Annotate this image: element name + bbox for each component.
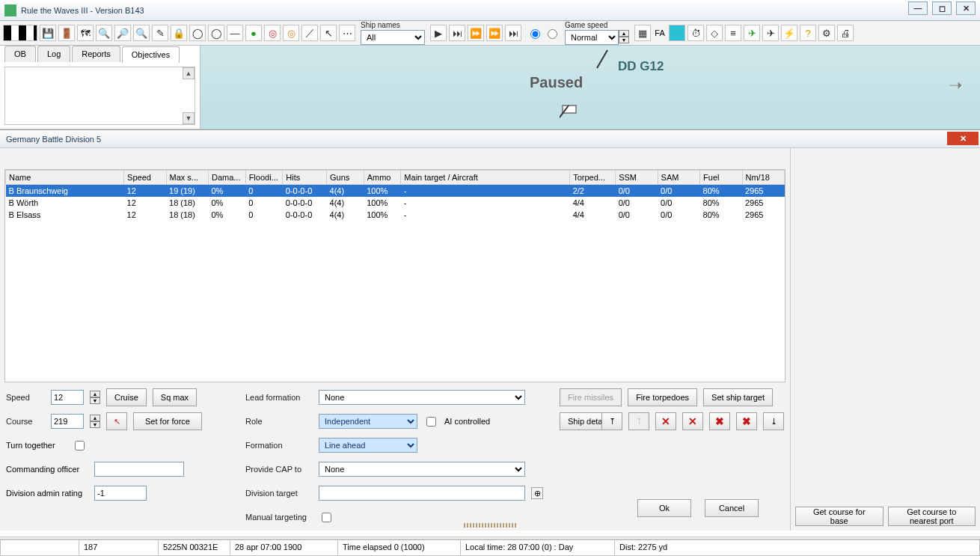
- smoke-on-button[interactable]: ⤒: [601, 412, 622, 430]
- formation-select[interactable]: Line ahead: [319, 438, 417, 453]
- speed-radio-1[interactable]: [530, 29, 540, 39]
- line-tool-icon[interactable]: ／: [301, 25, 318, 41]
- dialog-close-button[interactable]: ✕: [947, 132, 979, 145]
- cancel-fleet10-button[interactable]: ✖: [736, 412, 757, 430]
- lock-icon[interactable]: 🔒: [171, 25, 187, 41]
- table-row[interactable]: B Braunschweig1219 (19)0%00-0-0-04(4)100…: [6, 185, 785, 198]
- cancel-fleet-button[interactable]: ✖: [709, 412, 730, 430]
- maximize-button[interactable]: ◻: [932, 1, 952, 15]
- fleet-icon[interactable]: ▦: [634, 25, 651, 41]
- exit-icon[interactable]: 🚪: [58, 25, 75, 41]
- bolt-icon[interactable]: ⚡: [781, 25, 797, 41]
- col-header[interactable]: Main target / Aircraft: [401, 171, 570, 185]
- tab-log[interactable]: Log: [37, 46, 70, 62]
- ships-table[interactable]: NameSpeedMax s...Dama...Floodi...HitsGun…: [4, 169, 785, 382]
- cruise-button[interactable]: Cruise: [106, 388, 147, 406]
- col-header[interactable]: Ammo: [364, 171, 401, 185]
- ff3-icon[interactable]: ⏩: [486, 25, 503, 41]
- col-header[interactable]: Torped...: [570, 171, 616, 185]
- minimize-button[interactable]: —: [908, 1, 928, 15]
- col-header[interactable]: Hits: [283, 171, 327, 185]
- speed-input[interactable]: [51, 390, 84, 405]
- zoom-reset-icon[interactable]: 🔍: [133, 25, 150, 41]
- col-header[interactable]: Nm/18: [742, 171, 785, 185]
- table-row[interactable]: B Wörth1218 (18)0%00-0-0-04(4)100%-4/40/…: [6, 197, 785, 209]
- turn-together-checkbox[interactable]: [75, 441, 85, 450]
- ff-end-icon[interactable]: ⏭: [505, 25, 521, 41]
- get-course-base-button[interactable]: Get course for base: [795, 507, 883, 526]
- course-pick-button[interactable]: ↖: [106, 412, 127, 430]
- battle-map[interactable]: Paused DD G12 ➝: [200, 46, 980, 129]
- col-header[interactable]: Fuel: [700, 171, 742, 185]
- green-dot-icon[interactable]: ●: [245, 25, 262, 41]
- col-header[interactable]: Max s...: [166, 171, 208, 185]
- settings-icon[interactable]: ⚙: [818, 25, 835, 41]
- col-header[interactable]: SSM: [616, 171, 658, 185]
- get-course-port-button[interactable]: Get course to nearest port: [888, 507, 976, 526]
- division-target-input[interactable]: [319, 486, 525, 501]
- lead-formation-select[interactable]: None: [319, 390, 525, 405]
- col-header[interactable]: Speed: [124, 171, 166, 185]
- save-icon[interactable]: 💾: [40, 25, 56, 41]
- minus-icon[interactable]: —: [227, 25, 243, 41]
- speed-radio-2[interactable]: [548, 29, 557, 39]
- provide-cap-select[interactable]: None: [319, 462, 525, 477]
- red-ring-icon[interactable]: ◎: [264, 25, 281, 41]
- dots-icon[interactable]: ⋯: [339, 25, 355, 41]
- stopwatch-icon[interactable]: ⏱: [687, 25, 704, 41]
- plane1-icon[interactable]: ✈: [744, 25, 760, 41]
- set-ship-target-button[interactable]: Set ship target: [703, 388, 773, 406]
- col-header[interactable]: Dama...: [208, 171, 245, 185]
- print-icon[interactable]: 🖨: [837, 25, 854, 41]
- tab-ob[interactable]: OB: [4, 46, 36, 62]
- zoom-in-icon[interactable]: 🔍: [96, 25, 112, 41]
- ok-button[interactable]: Ok: [637, 499, 691, 517]
- course-spinner[interactable]: ▲▼: [90, 415, 100, 428]
- circle2-icon[interactable]: ◯: [208, 25, 224, 41]
- cancel-button[interactable]: Cancel: [705, 499, 759, 517]
- table-row[interactable]: B Elsass1218 (18)0%00-0-0-04(4)100%-4/40…: [6, 209, 785, 221]
- orange-ring-icon[interactable]: ◎: [283, 25, 299, 41]
- zoom-out-icon[interactable]: 🔎: [114, 25, 131, 41]
- scroll-down-button[interactable]: ▼: [183, 112, 195, 124]
- resize-handle[interactable]: [464, 523, 516, 528]
- sink-button[interactable]: ⤓: [763, 412, 784, 430]
- sqmax-button[interactable]: Sq max: [153, 388, 197, 406]
- manual-targeting-checkbox[interactable]: [322, 513, 331, 522]
- division-admin-input[interactable]: [94, 486, 147, 501]
- help-icon[interactable]: ?: [800, 25, 816, 41]
- speed-spinner[interactable]: ▲▼: [90, 391, 100, 404]
- ship-names-select[interactable]: All: [361, 30, 425, 45]
- map-icon[interactable]: 🗺: [77, 25, 94, 41]
- set-for-force-button[interactable]: Set for force: [133, 412, 202, 430]
- game-speed-spinner[interactable]: ▲ ▼: [619, 30, 629, 45]
- cancel-target-button[interactable]: ✕: [655, 412, 676, 430]
- layers-icon[interactable]: ≡: [725, 25, 741, 41]
- tab-reports[interactable]: Reports: [72, 46, 120, 62]
- speed-down-button[interactable]: ▼: [619, 37, 629, 43]
- col-header[interactable]: Guns: [327, 171, 364, 185]
- ai-controlled-checkbox[interactable]: [426, 417, 436, 427]
- play-icon[interactable]: ▶: [430, 25, 447, 41]
- scroll-up-button[interactable]: ▲: [183, 67, 195, 79]
- col-header[interactable]: SAM: [658, 171, 699, 185]
- nation-flag-icon[interactable]: [3, 25, 37, 41]
- close-button[interactable]: ✕: [956, 1, 976, 15]
- cancel-all-button[interactable]: ✕: [682, 412, 703, 430]
- step-icon[interactable]: ⏭: [449, 25, 465, 41]
- role-select[interactable]: Independent: [319, 414, 417, 429]
- col-header[interactable]: Name: [6, 171, 124, 185]
- eraser-icon[interactable]: ◇: [706, 25, 723, 41]
- game-speed-select[interactable]: Normal: [565, 30, 619, 45]
- pick-target-button[interactable]: ⊕: [531, 487, 543, 499]
- ff2-icon[interactable]: ⏩: [468, 25, 484, 41]
- pencil-icon[interactable]: ✎: [152, 25, 168, 41]
- sea-color-icon[interactable]: [669, 25, 685, 41]
- speed-up-button[interactable]: ▲: [619, 30, 629, 37]
- course-input[interactable]: [51, 414, 84, 429]
- tab-objectives[interactable]: Objectives: [122, 46, 180, 63]
- plane2-icon[interactable]: ✈: [762, 25, 779, 41]
- cursor-icon[interactable]: ↖: [320, 25, 337, 41]
- col-header[interactable]: Floodi...: [245, 171, 283, 185]
- fire-torpedoes-button[interactable]: Fire torpedoes: [628, 388, 697, 406]
